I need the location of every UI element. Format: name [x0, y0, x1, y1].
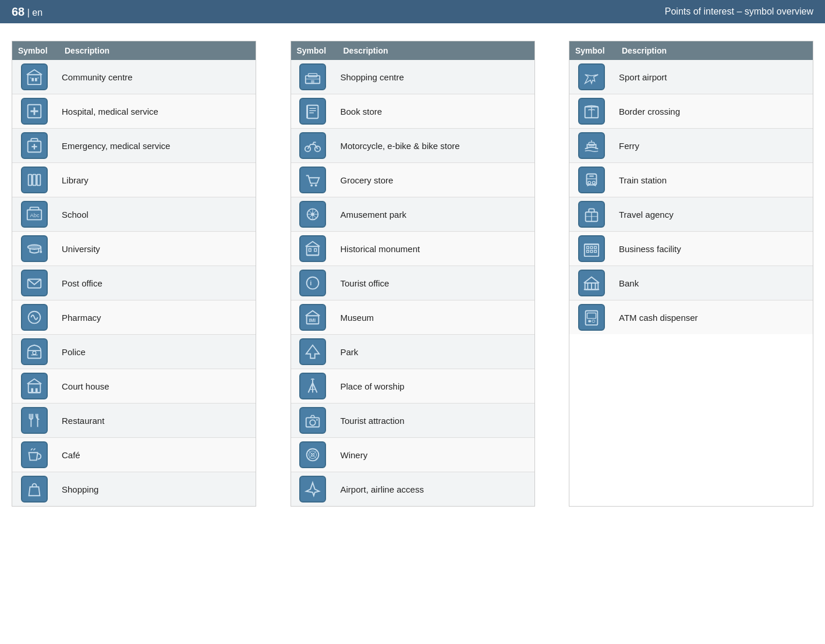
motorcycle-icon [299, 132, 326, 159]
tourist-office-icon [299, 270, 326, 296]
poi-row-post-office: Post office [12, 266, 256, 300]
desc-cell-amusement: Amusement park [335, 206, 534, 223]
hospital-icon [21, 98, 48, 125]
symbol-cell-community-centre [12, 60, 56, 94]
symbol-cell-airport-airline [291, 472, 335, 506]
desc-cell-library: Library [56, 172, 256, 189]
poi-row-hospital: Hospital, medical service [12, 94, 256, 129]
desc-cell-restaurant: Restaurant [56, 412, 256, 429]
shopping-centre-icon [299, 63, 326, 90]
header: 68 | en Points of interest – symbol over… [0, 0, 825, 23]
poi-row-community-centre: Community centre [12, 60, 256, 94]
symbol-cell-museum [291, 300, 335, 334]
airport-airline-icon [299, 476, 326, 503]
desc-header-1: Description [344, 46, 529, 55]
poi-row-library: Library [12, 163, 256, 197]
column-0: SymbolDescriptionCommunity centreHospita… [12, 41, 256, 507]
sport-airport-icon [578, 63, 605, 90]
symbol-cell-park [291, 335, 335, 369]
desc-cell-university: University [56, 240, 256, 257]
police-icon [21, 338, 48, 365]
poi-row-winery: Winery [291, 438, 534, 472]
poi-row-grocery: Grocery store [291, 163, 534, 197]
symbol-cell-cafe [12, 438, 56, 472]
desc-cell-business-facility: Business facility [613, 240, 813, 257]
desc-cell-book-store: Book store [335, 103, 534, 120]
poi-row-park: Park [291, 335, 534, 369]
symbol-cell-travel-agency [569, 197, 613, 231]
desc-cell-tourist-office: Tourist office [335, 275, 534, 292]
poi-row-sport-airport: Sport airport [569, 60, 813, 94]
desc-cell-ferry: Ferry [613, 137, 813, 154]
symbol-cell-university [12, 232, 56, 266]
worship-icon [299, 373, 326, 399]
poi-row-ferry: Ferry [569, 129, 813, 163]
symbol-cell-court-house [12, 369, 56, 403]
symbol-cell-sport-airport [569, 60, 613, 94]
poi-row-historical: Historical monument [291, 232, 534, 266]
post-office-icon [21, 270, 48, 296]
museum-icon [299, 304, 326, 331]
desc-cell-travel-agency: Travel agency [613, 206, 813, 223]
poi-row-worship: Place of worship [291, 369, 534, 404]
border-crossing-icon [578, 98, 605, 125]
poi-row-restaurant: Restaurant [12, 404, 256, 438]
col-header-0: SymbolDescription [12, 41, 256, 60]
symbol-cell-post-office [12, 266, 56, 300]
page-num-value: 68 [12, 5, 24, 18]
symbol-cell-ferry [569, 129, 613, 162]
poi-row-airport-airline: Airport, airline access [291, 472, 534, 506]
symbol-cell-amusement [291, 197, 335, 231]
desc-cell-airport-airline: Airport, airline access [335, 481, 534, 498]
train-station-icon [578, 167, 605, 193]
symbol-cell-winery [291, 438, 335, 472]
symbol-cell-business-facility [569, 232, 613, 266]
symbol-cell-pharmacy [12, 300, 56, 334]
desc-cell-court-house: Court house [56, 378, 256, 395]
cafe-icon [21, 441, 48, 468]
desc-cell-hospital: Hospital, medical service [56, 103, 256, 120]
poi-row-shopping-centre: Shopping centre [291, 60, 534, 94]
desc-cell-sport-airport: Sport airport [613, 69, 813, 86]
poi-row-tourist-attraction: Tourist attraction [291, 404, 534, 438]
symbol-cell-bank [569, 266, 613, 300]
poi-row-border-crossing: Border crossing [569, 94, 813, 129]
content: SymbolDescriptionCommunity centreHospita… [0, 23, 825, 518]
desc-cell-post-office: Post office [56, 275, 256, 292]
symbol-cell-tourist-attraction [291, 404, 335, 437]
sym-header-0: Symbol [18, 46, 65, 55]
poi-row-tourist-office: Tourist office [291, 266, 534, 300]
poi-row-pharmacy: Pharmacy [12, 300, 256, 335]
desc-cell-cafe: Café [56, 447, 256, 463]
poi-row-amusement: Amusement park [291, 197, 534, 232]
poi-row-shopping: Shopping [12, 472, 256, 506]
poi-row-business-facility: Business facility [569, 232, 813, 266]
col-header-1: SymbolDescription [291, 41, 534, 60]
sym-header-2: Symbol [575, 46, 622, 55]
symbol-cell-atm [569, 300, 613, 334]
library-icon [21, 167, 48, 193]
desc-cell-border-crossing: Border crossing [613, 103, 813, 120]
desc-header-0: Description [65, 46, 250, 55]
university-icon [21, 235, 48, 262]
desc-cell-school: School [56, 206, 256, 223]
symbol-cell-border-crossing [569, 94, 613, 128]
emergency-icon [21, 132, 48, 159]
desc-cell-shopping: Shopping [56, 481, 256, 498]
school-icon [21, 201, 48, 228]
col-header-2: SymbolDescription [569, 41, 813, 60]
poi-row-court-house: Court house [12, 369, 256, 404]
desc-header-2: Description [622, 46, 807, 55]
symbol-cell-train-station [569, 163, 613, 197]
desc-cell-winery: Winery [335, 447, 534, 463]
page-lang: en [32, 8, 43, 17]
court-house-icon [21, 373, 48, 399]
park-icon [299, 338, 326, 365]
poi-row-book-store: Book store [291, 94, 534, 129]
poi-row-cafe: Café [12, 438, 256, 472]
page-number: 68 | en [12, 5, 43, 19]
symbol-cell-school [12, 197, 56, 231]
desc-cell-pharmacy: Pharmacy [56, 309, 256, 326]
poi-row-bank: Bank [569, 266, 813, 300]
symbol-cell-restaurant [12, 404, 56, 437]
